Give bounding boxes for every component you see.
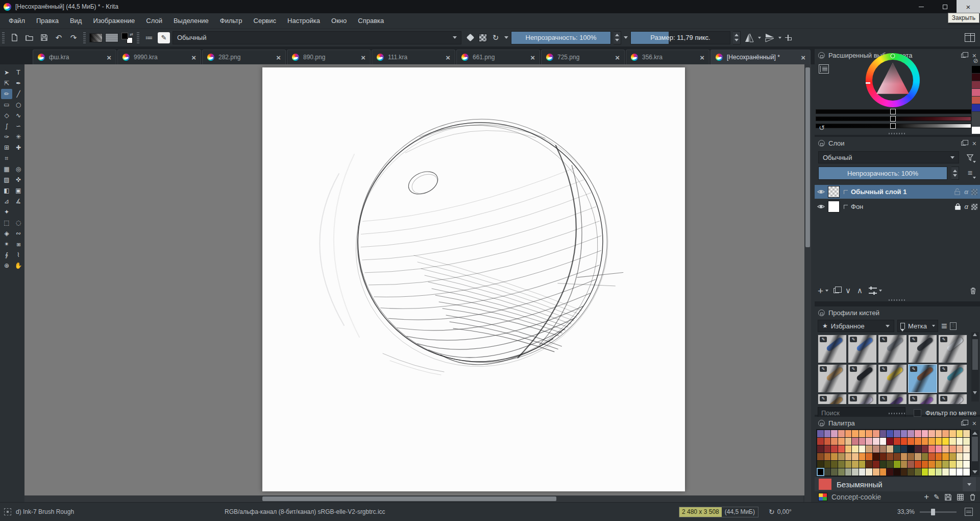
zoom-slider[interactable] — [920, 511, 957, 513]
slider-handle[interactable] — [890, 123, 896, 129]
palette-swatch[interactable] — [936, 453, 942, 460]
tool-similar-select[interactable]: ⧆ — [13, 239, 24, 249]
menu-item[interactable]: Фильтр — [214, 14, 248, 27]
palette-swatch[interactable] — [852, 468, 859, 476]
palette-swatch[interactable] — [831, 430, 838, 437]
palette-swatch[interactable] — [915, 445, 921, 453]
tool-move[interactable]: ✚ — [13, 143, 24, 153]
lock-open-icon[interactable] — [953, 188, 961, 196]
tool-edit-shapes[interactable]: ⇱ — [1, 78, 12, 88]
float-docker-icon[interactable] — [961, 141, 966, 146]
tool-ellipse[interactable]: ○ — [13, 100, 24, 110]
palette-swatch[interactable] — [936, 430, 942, 437]
chevron-down-icon[interactable] — [758, 37, 761, 39]
canvas-area[interactable] — [24, 64, 804, 495]
palette-swatch[interactable] — [936, 461, 942, 468]
tool-magnetic-curve-select[interactable]: ⌇ — [13, 250, 24, 260]
palette-swatch[interactable] — [845, 468, 852, 476]
palette-swatch[interactable] — [963, 438, 970, 445]
eye-visible-icon[interactable] — [817, 188, 825, 196]
tab-close-icon[interactable]: × — [361, 53, 365, 62]
tool-assistants[interactable]: ⊿ — [1, 196, 12, 206]
move-layer-down-button[interactable]: ∨ — [845, 286, 851, 295]
brush-preset-eraser-soft[interactable]: ✎ — [848, 335, 877, 363]
save-palette-icon[interactable] — [944, 493, 952, 501]
palette-swatch[interactable] — [894, 430, 900, 437]
menu-item[interactable]: Настройка — [282, 14, 326, 27]
edit-brush-settings-button[interactable]: ✎ — [158, 32, 170, 43]
palette-swatch[interactable] — [908, 468, 914, 476]
document-tab[interactable]: 282.png× — [202, 50, 286, 64]
scroll-thumb[interactable] — [972, 437, 978, 461]
tool-dynamic-brush[interactable]: ✑ — [1, 132, 12, 142]
tool-multibrush[interactable]: ✳ — [13, 132, 24, 142]
tool-rect-select[interactable]: ⬚ — [1, 218, 12, 228]
chevron-down-icon[interactable] — [825, 290, 828, 292]
eye-visible-icon[interactable] — [817, 203, 825, 210]
palette-swatch[interactable] — [845, 438, 852, 445]
float-docker-icon[interactable] — [961, 421, 966, 425]
alpha-lock-icon[interactable]: α — [965, 203, 968, 210]
palette-swatch[interactable] — [838, 438, 845, 445]
no-color-icon[interactable]: ⊘ — [973, 57, 978, 64]
palette-swatch[interactable] — [949, 461, 956, 468]
palette-swatch[interactable] — [908, 453, 914, 460]
v-scroll-thumb[interactable] — [805, 67, 810, 247]
palette-swatch[interactable] — [866, 461, 872, 468]
tool-reference-images[interactable]: ✦ — [1, 207, 12, 217]
palette-swatch[interactable] — [817, 453, 824, 460]
menu-item[interactable]: Слой — [140, 14, 168, 27]
palette-swatch[interactable] — [963, 468, 970, 476]
tool-measure[interactable]: ∡ — [13, 196, 24, 206]
lock-closed-icon[interactable] — [954, 203, 962, 210]
wraparound-mode-button[interactable] — [784, 34, 792, 42]
palette-swatch[interactable] — [866, 430, 872, 437]
palette-swatch[interactable] — [887, 461, 893, 468]
palette-swatch[interactable] — [901, 468, 908, 476]
layer-options-button[interactable]: ≡ — [963, 167, 976, 179]
palette-swatch[interactable] — [817, 438, 824, 445]
palette-swatch[interactable] — [949, 453, 956, 460]
palette-swatch[interactable] — [957, 468, 963, 476]
palette-scrollbar[interactable] — [971, 430, 979, 475]
toolbar-grip[interactable] — [83, 32, 86, 43]
size-spinner[interactable] — [733, 31, 741, 44]
palette-swatch[interactable] — [928, 468, 935, 476]
slider-bar-2[interactable] — [816, 116, 971, 121]
palette-swatch[interactable] — [949, 438, 956, 445]
palette-swatch[interactable] — [873, 461, 879, 468]
toolbar-grip[interactable] — [137, 32, 139, 43]
fg-bg-color-chooser[interactable]: ⇄ — [121, 32, 133, 43]
blend-mode-combobox[interactable]: Обычный — [818, 151, 959, 163]
palette-swatch[interactable] — [852, 430, 859, 437]
float-docker-icon[interactable] — [961, 54, 966, 58]
tool-pattern-edit[interactable]: ▨ — [1, 175, 12, 185]
edit-palette-button[interactable]: ✎ — [934, 493, 940, 501]
palette-swatch[interactable] — [873, 453, 879, 460]
palette-swatch[interactable] — [915, 461, 921, 468]
palette-swatch[interactable] — [831, 445, 838, 453]
chevron-down-icon[interactable] — [504, 36, 508, 39]
history-swatch[interactable] — [972, 66, 980, 73]
assign-tag-combobox[interactable]: Метка — [897, 320, 938, 332]
palette-swatch[interactable] — [949, 430, 956, 437]
palette-swatch[interactable] — [963, 453, 970, 460]
tab-close-icon[interactable]: × — [615, 53, 620, 62]
layer-name[interactable]: Обычный слой 1 — [851, 188, 950, 196]
color-wheel[interactable] — [866, 53, 920, 107]
display-mode-icon[interactable]: ≡ — [941, 320, 947, 332]
palette-swatch[interactable] — [908, 438, 914, 445]
scroll-down-icon[interactable] — [972, 470, 977, 473]
grid-view-icon[interactable] — [957, 493, 964, 501]
palette-swatch[interactable] — [866, 445, 872, 453]
palette-swatch[interactable] — [817, 461, 824, 468]
canvas-page[interactable] — [262, 67, 685, 491]
vertical-scrollbar[interactable] — [804, 64, 811, 502]
palette-swatch[interactable] — [838, 453, 845, 460]
docker-lock-icon[interactable] — [818, 140, 825, 147]
menu-item[interactable]: Правка — [31, 14, 64, 27]
docker-lock-icon[interactable] — [818, 52, 825, 59]
menu-item[interactable]: Файл — [3, 14, 31, 27]
palette-swatch[interactable] — [859, 430, 866, 437]
tool-smart-patch[interactable]: ✜ — [13, 175, 24, 185]
